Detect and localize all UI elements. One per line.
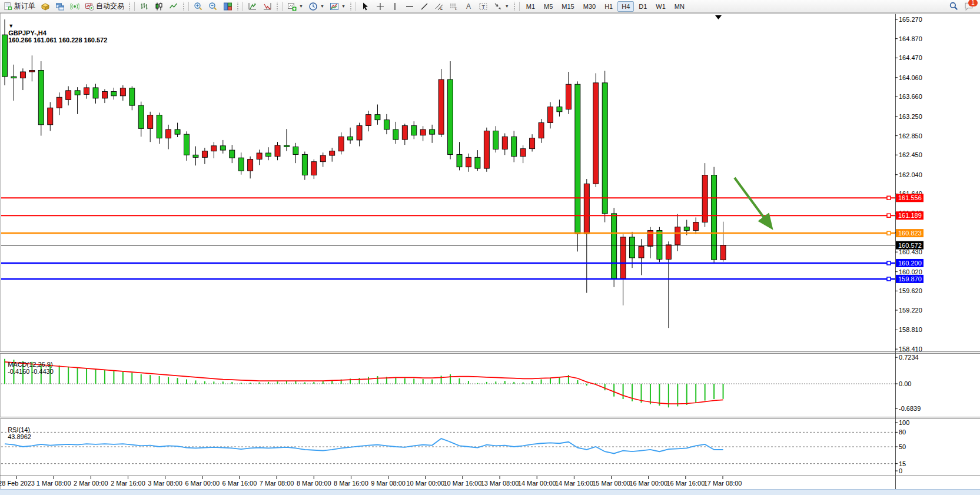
candle-body bbox=[75, 91, 80, 95]
chevron-down-icon: ▼ bbox=[320, 4, 324, 8]
price-badge-160.823: 160.823 bbox=[896, 229, 923, 237]
candle-body bbox=[257, 153, 262, 160]
tf-d1-button[interactable]: D1 bbox=[634, 1, 651, 12]
price-badge-160.200: 160.200 bbox=[896, 259, 923, 267]
fibonacci-button[interactable]: F bbox=[447, 0, 461, 13]
toolbar-handle bbox=[350, 2, 352, 11]
tf-m15-button[interactable]: M15 bbox=[557, 1, 578, 12]
tf-w1-button[interactable]: W1 bbox=[652, 1, 670, 12]
search-button[interactable] bbox=[946, 0, 961, 13]
candle-body bbox=[38, 71, 44, 125]
tf-m1-button[interactable]: M1 bbox=[522, 1, 539, 12]
horizontal-line-button[interactable] bbox=[403, 0, 417, 13]
crosshair-icon bbox=[376, 2, 385, 11]
line-marker[interactable] bbox=[887, 261, 891, 265]
svg-text:15 Mar 08:00: 15 Mar 08:00 bbox=[592, 480, 630, 487]
vertical-line-button[interactable] bbox=[388, 0, 402, 13]
svg-text:6 Mar 16:00: 6 Mar 16:00 bbox=[222, 480, 257, 487]
crosshair-button[interactable] bbox=[373, 0, 387, 13]
chart-window-title: ▼ GBPJPY-,H4 160.266 161.061 160.228 160… bbox=[5, 15, 107, 44]
line-marker[interactable] bbox=[887, 196, 891, 200]
status-strip bbox=[0, 490, 980, 495]
tile-windows-button[interactable] bbox=[221, 0, 235, 13]
new-order-button[interactable]: 新订单 bbox=[1, 0, 38, 13]
market-watch-button[interactable] bbox=[38, 0, 52, 13]
arrange-up-button[interactable] bbox=[245, 0, 260, 13]
candle-body bbox=[420, 129, 426, 135]
template-icon bbox=[330, 2, 339, 11]
autotrade-button[interactable]: 自动交易 bbox=[82, 0, 127, 13]
candle-body bbox=[466, 157, 471, 167]
candle-body bbox=[438, 79, 444, 134]
candle-body bbox=[448, 79, 453, 154]
candle-body bbox=[502, 137, 507, 149]
line-chart-icon bbox=[169, 2, 178, 11]
rsi-indicator-label: RSI(14) 43.8962 bbox=[4, 419, 31, 440]
vertical-line-icon bbox=[390, 2, 400, 11]
template-button[interactable]: ▼ bbox=[327, 0, 348, 13]
toolbar-separator bbox=[188, 2, 189, 11]
cursor-button[interactable] bbox=[358, 0, 373, 13]
bar-chart-button[interactable] bbox=[137, 0, 151, 13]
candle-body bbox=[366, 115, 371, 126]
candle-body bbox=[220, 146, 225, 150]
line-marker[interactable] bbox=[887, 277, 891, 281]
tf-mn-button[interactable]: MN bbox=[670, 1, 689, 12]
tf-h1-button[interactable]: H1 bbox=[600, 1, 617, 12]
zoom-in-button[interactable] bbox=[191, 0, 205, 13]
tf-m5-button[interactable]: M5 bbox=[540, 1, 557, 12]
new-order-icon bbox=[4, 2, 12, 11]
candle-body bbox=[530, 138, 535, 149]
tf-m30-button[interactable]: M30 bbox=[579, 1, 600, 12]
candle-body bbox=[357, 125, 362, 139]
line-marker[interactable] bbox=[887, 231, 891, 235]
window-left-border bbox=[0, 13, 1, 495]
candle-body bbox=[557, 107, 562, 112]
candle-body bbox=[384, 120, 389, 129]
candle-body bbox=[639, 246, 644, 258]
candle-body bbox=[48, 108, 53, 125]
svg-text:160.823: 160.823 bbox=[898, 230, 922, 237]
line-marker[interactable] bbox=[887, 214, 891, 217]
market-watch-icon bbox=[41, 2, 50, 11]
candle-body bbox=[238, 158, 244, 171]
candlestick-chart-button[interactable] bbox=[152, 0, 166, 13]
svg-text:1 Mar 08:00: 1 Mar 08:00 bbox=[36, 480, 71, 487]
candle-body bbox=[66, 91, 71, 100]
candle-body bbox=[157, 115, 162, 138]
chart-dropdown-icon[interactable]: ▼ bbox=[8, 23, 14, 29]
svg-text:6 Mar 00:00: 6 Mar 00:00 bbox=[185, 480, 220, 487]
chart-area[interactable]: 165.270164.870164.470164.060163.660163.2… bbox=[0, 0, 980, 495]
arrange-down-button[interactable] bbox=[260, 0, 274, 13]
arrows-button[interactable]: ▼ bbox=[491, 0, 511, 13]
svg-text:163.250: 163.250 bbox=[899, 113, 922, 120]
text-button[interactable]: A bbox=[461, 0, 476, 13]
price-badge-161.189: 161.189 bbox=[896, 211, 923, 220]
toolbar-separator bbox=[242, 2, 243, 11]
candle-body bbox=[184, 134, 190, 155]
trendline-button[interactable] bbox=[417, 0, 431, 13]
svg-text:14 Mar 00:00: 14 Mar 00:00 bbox=[518, 480, 556, 487]
svg-text:158.810: 158.810 bbox=[899, 326, 922, 333]
data-window-button[interactable] bbox=[53, 0, 67, 13]
zoom-out-button[interactable] bbox=[206, 0, 220, 13]
period-clock-button[interactable]: ▼ bbox=[306, 0, 327, 13]
candle-body bbox=[675, 227, 680, 245]
candle-body bbox=[411, 125, 417, 135]
line-chart-button[interactable] bbox=[167, 0, 181, 13]
tf-h4-button[interactable]: H4 bbox=[617, 1, 634, 12]
candle-body bbox=[84, 88, 89, 94]
candle-body bbox=[120, 88, 125, 96]
trendline-icon bbox=[420, 2, 429, 11]
autotrade-label: 自动交易 bbox=[96, 1, 124, 11]
horizontal-line-icon bbox=[405, 2, 414, 11]
equidistant-channel-button[interactable]: E bbox=[432, 0, 446, 13]
notifications-button[interactable]: 1 bbox=[962, 0, 976, 13]
signal-button[interactable] bbox=[68, 0, 82, 13]
candle-body bbox=[11, 77, 16, 78]
text-label-button[interactable]: T bbox=[476, 0, 490, 13]
svg-text:2 Mar 00:00: 2 Mar 00:00 bbox=[74, 480, 108, 487]
svg-text:162.040: 162.040 bbox=[899, 171, 922, 178]
arrange-down-icon bbox=[263, 2, 272, 11]
new-chart-button[interactable]: ▼ bbox=[285, 0, 305, 13]
